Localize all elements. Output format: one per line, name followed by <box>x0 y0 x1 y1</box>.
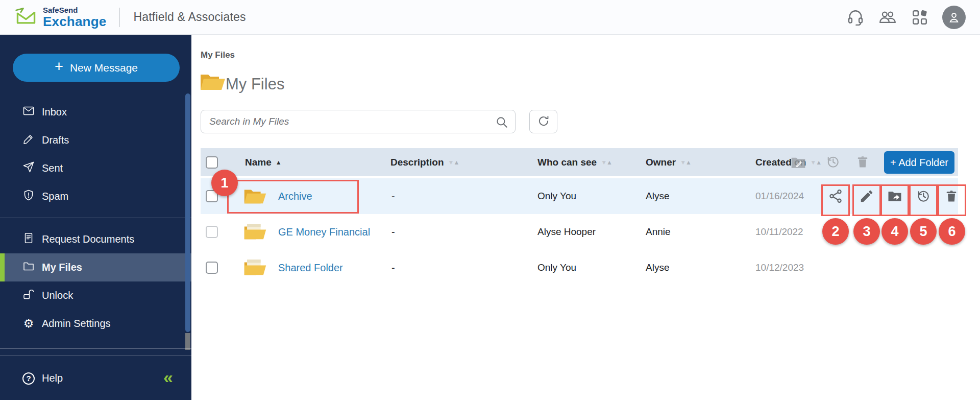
folder-icon <box>22 260 35 275</box>
envelope-icon <box>22 105 35 120</box>
contacts-users-icon[interactable] <box>878 9 897 26</box>
bulk-move-folder-icon[interactable] <box>790 154 806 173</box>
sidebar-item-help[interactable]: ? Help <box>0 364 191 392</box>
app-root: SafeSend Exchange Hatfield & Associates <box>0 0 980 400</box>
apps-grid-icon[interactable] <box>911 9 928 26</box>
envelope-logo-icon <box>14 6 38 29</box>
sort-both-icon: ▼▲ <box>601 159 612 166</box>
owner-value: Alyse <box>646 178 669 214</box>
sort-both-icon: ▼▲ <box>810 159 821 166</box>
column-header-created-on[interactable]: Created on ▼▲ <box>755 148 821 176</box>
sidebar-item-label: Admin Settings <box>42 318 111 330</box>
main-content: My Files My Files <box>191 35 980 400</box>
row-checkbox[interactable] <box>206 190 218 202</box>
column-header-name[interactable]: Name ▲ <box>245 148 282 176</box>
share-icon[interactable] <box>828 189 843 204</box>
sidebar-divider <box>0 218 191 218</box>
bulk-delete-icon[interactable] <box>855 154 870 172</box>
sidebar-footer-line <box>0 356 191 356</box>
sidebar-item-label: Drafts <box>42 134 69 146</box>
sort-both-icon: ▼▲ <box>448 159 459 166</box>
folder-name-link[interactable]: GE Money Financial <box>278 226 370 238</box>
refresh-button[interactable] <box>529 110 557 133</box>
row-checkbox[interactable] <box>206 262 218 274</box>
shield-alert-icon <box>22 189 35 204</box>
page-title: My Files <box>226 75 284 93</box>
created-on-value: 01/16/2024 <box>755 178 804 214</box>
sidebar-item-label: Inbox <box>42 106 67 118</box>
description-value: - <box>391 214 395 250</box>
safesend-logo[interactable]: SafeSend Exchange <box>14 6 106 29</box>
table-header-row: Name ▲ Description ▼▲ Who can see ▼▲ Own… <box>201 148 958 176</box>
document-icon <box>22 232 35 247</box>
who-can-see-value: Only You <box>537 178 576 214</box>
paper-plane-icon <box>22 161 35 176</box>
user-avatar[interactable] <box>942 6 966 29</box>
unlock-icon <box>22 288 35 303</box>
sidebar-item-label: Request Documents <box>42 233 134 245</box>
breadcrumb[interactable]: My Files <box>201 50 235 60</box>
table-row-archive[interactable]: Archive - Only You Alyse 01/16/2024 <box>201 178 958 214</box>
sidebar-footer-line <box>0 348 191 349</box>
sidebar-item-label: My Files <box>42 262 82 273</box>
top-header: SafeSend Exchange Hatfield & Associates <box>0 0 980 35</box>
sidebar-item-sent[interactable]: Sent <box>0 154 191 182</box>
add-folder-button[interactable]: + Add Folder <box>884 151 954 174</box>
created-on-value: 10/11/2022 <box>755 214 803 250</box>
sidebar-scrollbar-end <box>185 333 190 350</box>
who-can-see-value: Alyse Hooper <box>537 214 596 250</box>
help-question-icon: ? <box>22 372 35 385</box>
sidebar-item-label: Spam <box>42 191 68 202</box>
search-input[interactable] <box>201 110 477 133</box>
column-header-owner[interactable]: Owner ▼▲ <box>646 148 691 176</box>
description-value: - <box>391 178 395 214</box>
move-folder-icon[interactable] <box>887 189 902 204</box>
new-message-button[interactable]: + New Message <box>13 54 180 82</box>
pencil-icon <box>22 133 35 148</box>
search-icon[interactable] <box>495 115 508 131</box>
open-folder-icon <box>200 70 226 95</box>
edit-pencil-icon[interactable] <box>859 189 874 204</box>
who-can-see-value: Only You <box>537 250 576 286</box>
table-row-ge-money-financial[interactable]: GE Money Financial - Alyse Hooper Annie … <box>201 214 958 250</box>
folder-name-link[interactable]: Archive <box>278 191 312 202</box>
sidebar-scrollbar-thumb[interactable] <box>185 93 190 332</box>
created-on-value: 10/12/2023 <box>755 250 804 286</box>
table-row-shared-folder[interactable]: Shared Folder - Only You Alyse 10/12/202… <box>201 250 958 286</box>
sidebar-item-label: Help <box>42 372 63 384</box>
support-headset-icon[interactable] <box>847 9 864 26</box>
sort-ascending-icon: ▲ <box>276 159 282 166</box>
collapse-sidebar-icon[interactable]: « <box>163 368 173 386</box>
history-restore-icon[interactable] <box>916 189 931 204</box>
gear-icon: ⚙ <box>22 318 35 330</box>
bulk-history-icon[interactable] <box>825 154 841 172</box>
files-table: Name ▲ Description ▼▲ Who can see ▼▲ Own… <box>201 148 958 286</box>
sidebar-item-inbox[interactable]: Inbox <box>0 98 191 126</box>
search-box <box>201 110 516 133</box>
shared-folder-icon <box>243 214 267 250</box>
description-value: - <box>391 250 395 286</box>
row-checkbox[interactable] <box>206 226 218 238</box>
owner-value: Alyse <box>646 250 669 286</box>
refresh-icon <box>537 114 550 129</box>
shared-folder-icon <box>243 250 267 286</box>
sidebar-item-admin-settings[interactable]: ⚙ Admin Settings <box>0 310 191 338</box>
sidebar-item-drafts[interactable]: Drafts <box>0 126 191 154</box>
select-all-checkbox[interactable] <box>206 156 218 169</box>
sidebar-item-label: Sent <box>42 162 63 174</box>
delete-trash-icon[interactable] <box>944 189 960 204</box>
column-header-description[interactable]: Description ▼▲ <box>390 148 459 176</box>
brand-name-bottom: Exchange <box>43 15 106 28</box>
sort-both-icon: ▼▲ <box>680 159 691 166</box>
sidebar-item-my-files[interactable]: My Files <box>0 253 191 281</box>
sidebar-item-unlock[interactable]: Unlock <box>0 281 191 310</box>
column-header-who-can-see[interactable]: Who can see ▼▲ <box>537 148 612 176</box>
sidebar-item-spam[interactable]: Spam <box>0 182 191 210</box>
sidebar-item-request-documents[interactable]: Request Documents <box>0 225 191 253</box>
folder-open-icon <box>243 178 267 214</box>
plus-icon: + <box>55 58 63 75</box>
avatar-person-icon <box>947 10 961 25</box>
folder-name-link[interactable]: Shared Folder <box>278 262 343 274</box>
sidebar-item-label: Unlock <box>42 290 73 301</box>
new-message-label: New Message <box>70 62 138 74</box>
